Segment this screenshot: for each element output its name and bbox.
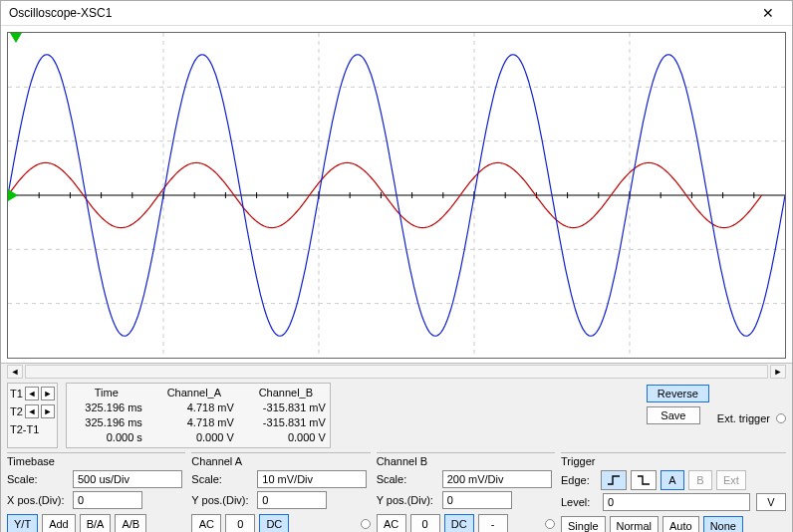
t2-chb: -315.831 mV — [246, 415, 326, 430]
timebase-scale-input[interactable] — [73, 470, 182, 488]
t2-cha: 4.718 mV — [154, 415, 234, 430]
mode-add-button[interactable]: Add — [42, 514, 76, 532]
diff-chb: 0.000 V — [246, 430, 326, 445]
cha-zero-button[interactable]: 0 — [225, 514, 255, 532]
scroll-track[interactable] — [25, 365, 768, 379]
edge-rising-icon[interactable] — [601, 470, 627, 490]
chb-invert-button[interactable]: - — [478, 514, 508, 532]
cursor-labels: T1 ◄ ► T2 ◄ ► T2-T1 — [7, 383, 58, 448]
save-button[interactable]: Save — [647, 406, 700, 424]
t2t1-label: T2-T1 — [10, 423, 39, 435]
trigger-src-a-button[interactable]: A — [661, 470, 684, 490]
cha-title: Channel A — [191, 455, 370, 467]
trigger-title: Trigger — [561, 455, 786, 467]
oscilloscope-display[interactable] — [7, 32, 786, 359]
t1-left-button[interactable]: ◄ — [25, 387, 39, 400]
trigger-src-b-button[interactable]: B — [688, 470, 712, 490]
channel-a-section: Channel A Scale: Y pos.(Div): AC 0 DC — [191, 452, 370, 532]
t1-label: T1 — [10, 388, 23, 399]
t1-cha: 4.718 mV — [154, 400, 234, 415]
reverse-button[interactable]: Reverse — [647, 385, 709, 402]
chb-scale-input[interactable] — [442, 470, 552, 488]
trigger-section: Trigger Edge: A B Ext Level: V Single No… — [561, 452, 786, 532]
mode-yt-button[interactable]: Y/T — [7, 514, 38, 532]
scroll-right-icon[interactable]: ► — [770, 365, 786, 379]
chb-title: Channel B — [377, 455, 555, 467]
horizontal-scrollbar[interactable]: ◄ ► — [1, 364, 792, 379]
trigger-none-button[interactable]: None — [703, 516, 743, 532]
t2-right-button[interactable]: ► — [41, 404, 55, 418]
ext-trigger-port-icon[interactable] — [776, 413, 786, 423]
trigger-level-input[interactable] — [603, 493, 750, 511]
cha-scale-input[interactable] — [257, 470, 367, 488]
trigger-edge-label: Edge: — [561, 474, 597, 486]
cha-ypos-input[interactable] — [257, 491, 327, 509]
trigger-level-unit[interactable]: V — [756, 493, 786, 511]
cha-ac-button[interactable]: AC — [191, 514, 221, 532]
chb-dc-button[interactable]: DC — [444, 514, 474, 532]
scope-area — [1, 26, 792, 364]
hdr-time: Time — [71, 386, 142, 400]
trigger-level-label: Level: — [561, 496, 597, 508]
chb-zero-button[interactable]: 0 — [410, 514, 440, 532]
timebase-scale-label: Scale: — [7, 473, 67, 485]
sections: Timebase Scale: X pos.(Div): Y/T Add B/A… — [7, 452, 786, 532]
diff-cha: 0.000 V — [154, 430, 234, 445]
trigger-normal-button[interactable]: Normal — [610, 516, 659, 532]
diff-time: 0.000 s — [71, 430, 142, 445]
titlebar: Oscilloscope-XSC1 ✕ — [1, 1, 792, 26]
chb-port-icon[interactable] — [545, 519, 555, 529]
trigger-single-button[interactable]: Single — [561, 516, 606, 532]
t1-chb: -315.831 mV — [246, 400, 326, 415]
close-button[interactable]: ✕ — [748, 1, 788, 25]
timebase-title: Timebase — [7, 455, 185, 467]
mode-ab-button[interactable]: A/B — [115, 514, 146, 532]
timebase-section: Timebase Scale: X pos.(Div): Y/T Add B/A… — [7, 452, 185, 532]
edge-falling-icon[interactable] — [631, 470, 657, 490]
hdr-chb: Channel_B — [246, 386, 326, 400]
cha-scale-label: Scale: — [191, 473, 251, 485]
chb-scale-label: Scale: — [377, 473, 436, 485]
window-title: Oscilloscope-XSC1 — [9, 6, 748, 20]
right-buttons: Reverse Save — [647, 383, 709, 448]
mode-ba-button[interactable]: B/A — [80, 514, 112, 532]
chb-ypos-input[interactable] — [442, 491, 512, 509]
timebase-xpos-label: X pos.(Div): — [7, 494, 67, 506]
cursor-readout-row: T1 ◄ ► T2 ◄ ► T2-T1 Time Channel_A Chann… — [7, 383, 786, 448]
chb-ac-button[interactable]: AC — [377, 514, 406, 532]
ext-trigger-label: Ext. trigger — [717, 412, 770, 424]
hdr-cha: Channel_A — [154, 386, 234, 400]
trigger-auto-button[interactable]: Auto — [662, 516, 699, 532]
cha-dc-button[interactable]: DC — [259, 514, 289, 532]
t2-left-button[interactable]: ◄ — [25, 404, 39, 418]
t1-right-button[interactable]: ► — [41, 387, 55, 400]
ext-trigger: Ext. trigger — [717, 383, 786, 448]
t2-label: T2 — [10, 405, 23, 417]
cha-port-icon[interactable] — [361, 519, 371, 529]
chb-ypos-label: Y pos.(Div): — [377, 494, 436, 506]
cursor-table: Time Channel_A Channel_B 325.196 ms 4.71… — [66, 383, 331, 448]
trigger-src-ext-button[interactable]: Ext — [716, 470, 746, 490]
cha-ypos-label: Y pos.(Div): — [191, 494, 251, 506]
t1-time: 325.196 ms — [71, 400, 142, 415]
scroll-left-icon[interactable]: ◄ — [7, 365, 23, 379]
oscilloscope-window: Oscilloscope-XSC1 ✕ — [0, 0, 793, 532]
control-panel: T1 ◄ ► T2 ◄ ► T2-T1 Time Channel_A Chann… — [1, 379, 792, 532]
channel-b-section: Channel B Scale: Y pos.(Div): AC 0 DC - — [377, 452, 555, 532]
timebase-xpos-input[interactable] — [73, 491, 142, 509]
t2-time: 325.196 ms — [71, 415, 142, 430]
